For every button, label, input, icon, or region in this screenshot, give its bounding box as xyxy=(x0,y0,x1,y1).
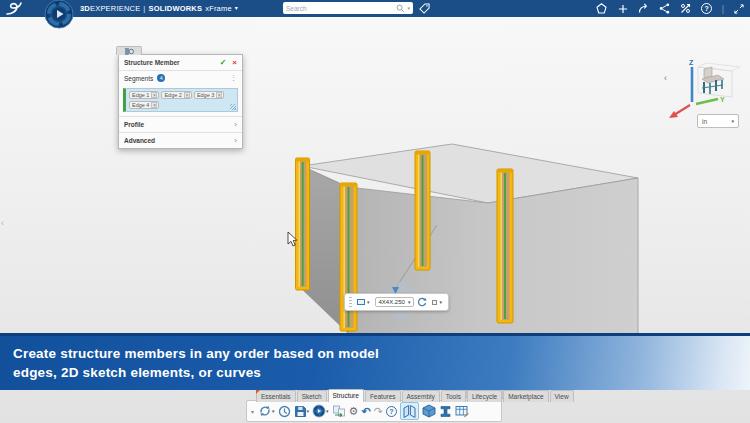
actionbar-collapse-icon[interactable]: ▾ xyxy=(251,408,254,415)
help-button[interactable]: ? xyxy=(386,402,397,420)
alignment-icon xyxy=(432,300,437,305)
tab-structure[interactable]: Structure xyxy=(328,389,364,402)
share-network-icon[interactable] xyxy=(659,3,671,15)
profile-size-select[interactable]: 4X4X.250 ▾ xyxy=(375,297,415,307)
structure-member-3[interactable] xyxy=(415,151,430,270)
ribbon-tabs: Essentials Sketch Structure Features Ass… xyxy=(256,389,575,402)
profile-section[interactable]: Profile › xyxy=(119,116,242,133)
ok-button[interactable]: ✓ xyxy=(220,58,227,67)
y-axis[interactable] xyxy=(696,99,718,104)
units-caret-icon: ▾ xyxy=(731,118,734,124)
units-select[interactable]: in ▾ xyxy=(697,114,739,128)
profile-mini-toolbar[interactable]: ▾ 4X4X.250 ▾ ▾ xyxy=(344,293,449,311)
advanced-section[interactable]: Advanced › xyxy=(119,133,242,148)
redo-button[interactable]: ↷ xyxy=(374,402,383,420)
app-window: 3DEXPERIENCE|SOLIDWORKSxFrame▾ ▾ xyxy=(0,0,750,423)
help-icon[interactable]: ? xyxy=(701,3,713,15)
tab-essentials[interactable]: Essentials xyxy=(256,390,296,402)
segment-chip[interactable]: Edge 1 × xyxy=(129,91,159,99)
tab-sketch[interactable]: Sketch xyxy=(297,390,327,402)
left-panel-chevron-icon[interactable]: ‹ xyxy=(1,218,4,228)
beam-profile-button[interactable] xyxy=(439,402,452,420)
search-options-caret-icon[interactable]: ▾ xyxy=(407,5,410,11)
settings-button[interactable]: ⚙ xyxy=(349,402,359,420)
compass-apps-button[interactable]: ▾ xyxy=(312,402,329,420)
top-bar: 3DEXPERIENCE|SOLIDWORKSxFrame▾ ▾ xyxy=(0,0,750,17)
profile-size-value: 4X4X.250 xyxy=(379,299,405,305)
structure-member-dialog: Structure Member ✓ × Segments 4 ⋮ Edge 1… xyxy=(118,54,243,149)
app-title[interactable]: 3DEXPERIENCE|SOLIDWORKSxFrame▾ xyxy=(80,0,238,17)
tab-assembly[interactable]: Assembly xyxy=(402,390,440,402)
chip-remove-icon[interactable]: × xyxy=(151,102,157,108)
profile-alignment-button[interactable]: ▾ xyxy=(430,298,444,306)
structure-member-4[interactable] xyxy=(497,169,513,323)
chip-remove-icon[interactable]: × xyxy=(151,92,157,98)
x-axis[interactable] xyxy=(674,105,690,115)
dialog-title: Structure Member xyxy=(124,59,220,66)
banner-line-1: Create structure members in any order ba… xyxy=(13,344,750,363)
gear-icon: ⚙ xyxy=(349,402,359,420)
y-axis-label: Y xyxy=(720,96,725,103)
properties-table-icon xyxy=(455,404,469,418)
save-button[interactable]: ▾ xyxy=(294,402,310,420)
cancel-button[interactable]: × xyxy=(232,58,237,67)
brand-divider: | xyxy=(143,4,145,13)
segment-chip[interactable]: Edge 3 × xyxy=(194,91,224,99)
tag-icon[interactable] xyxy=(419,3,430,14)
profile-type-caret-icon: ▾ xyxy=(367,299,370,305)
3dexperience-compass-icon[interactable] xyxy=(44,0,74,29)
chip-label: Edge 4 xyxy=(132,102,149,108)
profile-type-button[interactable]: ▾ xyxy=(355,298,372,306)
banner-line-2: edges, 2D sketch elements, or curves xyxy=(13,363,750,382)
new-content-button[interactable]: ▾ xyxy=(258,402,275,420)
segment-chip[interactable]: Edge 4 × xyxy=(129,101,159,109)
chip-remove-icon[interactable]: × xyxy=(184,92,190,98)
corner-management-button[interactable] xyxy=(422,402,436,420)
tab-marketplace[interactable]: Marketplace xyxy=(503,390,548,402)
profile-shape-icon xyxy=(357,299,365,305)
search-input[interactable] xyxy=(286,5,396,12)
tab-tools[interactable]: Tools xyxy=(441,390,466,402)
search-icon[interactable] xyxy=(396,4,405,13)
3d-viewport[interactable]: ▾ 4X4X.250 ▾ ▾ Structure Me xyxy=(0,17,750,423)
app-switcher-chevron-icon[interactable]: ▾ xyxy=(235,5,238,11)
segments-menu-icon[interactable]: ⋮ xyxy=(230,74,237,82)
chip-label: Edge 3 xyxy=(197,92,214,98)
search-bar[interactable]: ▾ xyxy=(283,2,413,14)
member-properties-button[interactable] xyxy=(455,402,469,420)
rotate-profile-button[interactable] xyxy=(417,297,427,307)
apps-services-icon[interactable] xyxy=(680,3,692,15)
profile-section-label: Profile xyxy=(124,121,144,128)
chip-remove-icon[interactable]: × xyxy=(216,92,222,98)
undo-button[interactable]: ↶ xyxy=(361,402,370,420)
new-content-caret-icon: ▾ xyxy=(272,408,275,414)
units-value: in xyxy=(702,118,707,125)
structure-member-tool-button[interactable] xyxy=(400,402,419,420)
segment-chip[interactable]: Edge 2 × xyxy=(161,91,191,99)
import-export-button[interactable] xyxy=(332,402,346,420)
tab-lifecycle[interactable]: Lifecycle xyxy=(467,390,502,402)
undo-icon: ↶ xyxy=(361,402,370,420)
share-forward-icon[interactable] xyxy=(638,3,650,15)
action-bar: ▾ ▾ ▾ xyxy=(246,400,502,422)
add-content-icon[interactable] xyxy=(617,3,629,15)
structure-member-1[interactable] xyxy=(296,158,310,290)
topbar-separator: | xyxy=(722,4,724,14)
z-axis-label: Z xyxy=(689,59,694,66)
toolbar-drag-handle[interactable] xyxy=(349,297,352,308)
i-beam-icon xyxy=(439,405,452,418)
segments-label: Segments xyxy=(124,75,153,82)
dialog-tab[interactable] xyxy=(116,46,142,55)
tab-view[interactable]: View xyxy=(550,390,574,402)
history-button[interactable] xyxy=(278,402,291,420)
resize-handle[interactable] xyxy=(230,104,236,110)
fullscreen-toggle-icon[interactable] xyxy=(733,3,745,15)
redo-icon: ↷ xyxy=(374,402,383,420)
profile-size-caret-icon: ▾ xyxy=(408,299,411,305)
alignment-caret-icon: ▾ xyxy=(439,299,442,305)
notifications-icon[interactable] xyxy=(596,3,608,15)
structure-member-tab-icon xyxy=(125,48,134,55)
chip-label: Edge 2 xyxy=(164,92,181,98)
tab-features[interactable]: Features xyxy=(365,390,401,402)
segments-selection-box[interactable]: Edge 1 × Edge 2 × Edge 3 × Edge 4 × xyxy=(123,88,238,112)
